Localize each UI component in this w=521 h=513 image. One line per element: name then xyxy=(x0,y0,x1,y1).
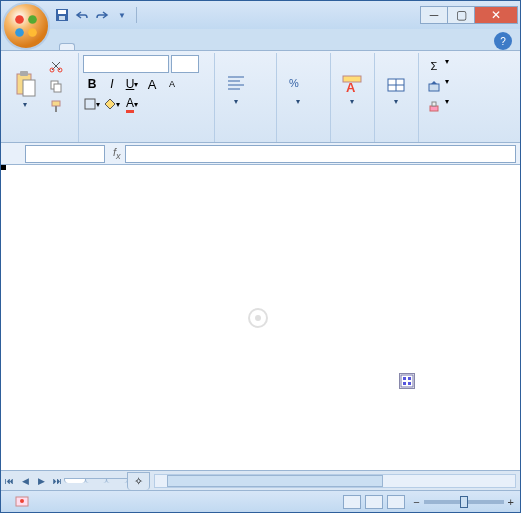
bold-button[interactable]: B xyxy=(83,75,101,93)
view-normal-button[interactable] xyxy=(343,495,361,509)
autofill-options-icon[interactable] xyxy=(399,373,415,389)
copy-icon[interactable] xyxy=(47,77,65,95)
sheet-nav-prev[interactable]: ◀ xyxy=(17,473,33,489)
view-layout-button[interactable] xyxy=(365,495,383,509)
shrink-font-button[interactable]: A xyxy=(163,75,181,93)
tab-insert[interactable] xyxy=(75,44,89,50)
zoom-slider[interactable] xyxy=(424,500,504,504)
close-button[interactable]: ✕ xyxy=(474,6,518,24)
italic-button[interactable]: I xyxy=(103,75,121,93)
name-box[interactable] xyxy=(25,145,105,163)
tab-home[interactable] xyxy=(59,43,75,50)
help-icon[interactable]: ? xyxy=(494,32,512,50)
sheet-nav-next[interactable]: ▶ xyxy=(33,473,49,489)
undo-icon[interactable] xyxy=(73,6,91,24)
horizontal-scrollbar[interactable] xyxy=(154,474,516,488)
tab-review[interactable] xyxy=(131,44,145,50)
svg-point-2 xyxy=(15,28,24,37)
svg-rect-29 xyxy=(432,102,436,106)
fill-handle[interactable] xyxy=(1,165,6,170)
svg-rect-32 xyxy=(408,377,411,380)
office-button[interactable] xyxy=(2,2,50,50)
svg-rect-34 xyxy=(408,382,411,385)
svg-rect-5 xyxy=(58,10,66,14)
svg-rect-30 xyxy=(401,375,413,387)
svg-rect-15 xyxy=(55,106,57,112)
sheet-tab-3[interactable] xyxy=(106,478,128,483)
cut-icon[interactable] xyxy=(47,57,65,75)
number-button[interactable]: % ▾ xyxy=(281,55,315,123)
macro-record-icon[interactable] xyxy=(15,494,29,510)
underline-button[interactable]: U▾ xyxy=(123,75,141,93)
svg-point-36 xyxy=(255,315,261,321)
svg-point-38 xyxy=(20,499,24,503)
svg-rect-9 xyxy=(23,80,35,96)
tab-developer[interactable] xyxy=(159,44,173,50)
paste-button[interactable]: ▾ xyxy=(7,55,43,123)
clear-icon[interactable] xyxy=(425,97,443,115)
format-painter-icon[interactable] xyxy=(47,97,65,115)
svg-rect-14 xyxy=(52,101,60,106)
redo-icon[interactable] xyxy=(93,6,111,24)
zoom-out-button[interactable]: − xyxy=(413,496,419,508)
sheet-nav-last[interactable]: ⏭ xyxy=(49,473,65,489)
grow-font-button[interactable]: A xyxy=(143,75,161,93)
fill-color-button[interactable]: ▾ xyxy=(103,95,121,113)
font-size-select[interactable] xyxy=(171,55,199,73)
save-icon[interactable] xyxy=(53,6,71,24)
view-pagebreak-button[interactable] xyxy=(387,495,405,509)
svg-text:%: % xyxy=(289,77,299,89)
tab-formulas[interactable] xyxy=(103,44,117,50)
svg-rect-13 xyxy=(54,84,61,92)
svg-rect-6 xyxy=(59,16,65,20)
border-button[interactable]: ▾ xyxy=(83,95,101,113)
ribbon: ▾ B I U▾ A xyxy=(1,51,520,143)
ribbon-tabs: ? xyxy=(1,29,520,51)
svg-rect-33 xyxy=(403,382,406,385)
svg-rect-31 xyxy=(403,377,406,380)
zoom-in-button[interactable]: + xyxy=(508,496,514,508)
tab-view[interactable] xyxy=(145,44,159,50)
svg-rect-28 xyxy=(430,106,438,111)
spreadsheet-grid[interactable] xyxy=(1,165,520,470)
fx-icon[interactable]: fx xyxy=(113,146,121,161)
sheet-nav-first[interactable]: ⏮ xyxy=(1,473,17,489)
svg-point-35 xyxy=(249,309,267,327)
svg-point-0 xyxy=(15,15,24,24)
qat-dropdown-icon[interactable]: ▼ xyxy=(113,6,131,24)
maximize-button[interactable]: ▢ xyxy=(447,6,475,24)
tab-page-layout[interactable] xyxy=(89,44,103,50)
tab-data[interactable] xyxy=(117,44,131,50)
svg-point-3 xyxy=(28,28,37,37)
styles-button[interactable]: A ▾ xyxy=(335,55,369,123)
minimize-button[interactable]: ─ xyxy=(420,6,448,24)
font-name-select[interactable] xyxy=(83,55,169,73)
sheet-tab-1[interactable] xyxy=(64,478,86,483)
new-sheet-button[interactable]: ✧ xyxy=(127,472,150,490)
svg-text:A: A xyxy=(346,80,356,95)
fill-icon[interactable] xyxy=(425,77,443,95)
svg-rect-8 xyxy=(20,71,28,76)
cells-button[interactable]: ▾ xyxy=(379,55,413,123)
titlebar: ▼ ─ ▢ ✕ xyxy=(1,1,520,29)
alignment-button[interactable]: ▾ xyxy=(219,55,253,123)
formula-bar[interactable] xyxy=(125,145,516,163)
watermark xyxy=(247,307,275,329)
autosum-icon[interactable]: Σ xyxy=(425,57,443,75)
sheet-tab-2[interactable] xyxy=(85,478,107,483)
svg-point-1 xyxy=(28,15,37,24)
svg-rect-27 xyxy=(429,84,439,91)
font-color-button[interactable]: A▾ xyxy=(123,95,141,113)
svg-rect-16 xyxy=(85,99,95,109)
